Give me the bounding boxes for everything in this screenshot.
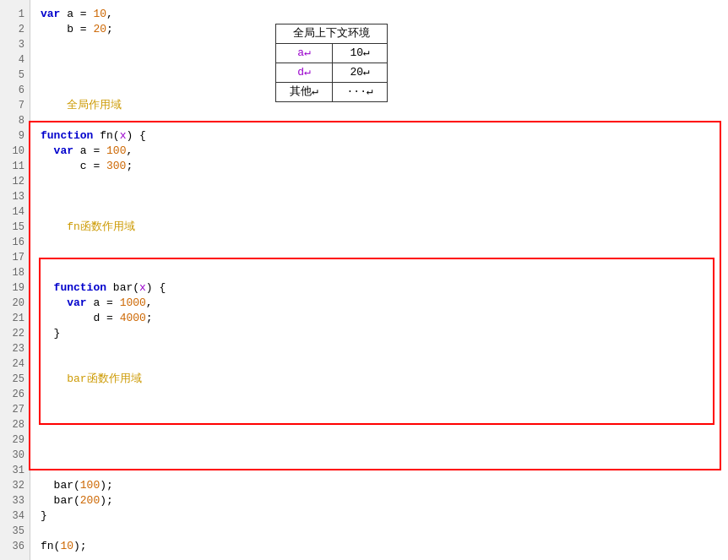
code-line-17 (41, 250, 728, 265)
code-line-32: bar(100); (41, 478, 728, 493)
code-line-25: bar函数作用域 (41, 372, 728, 387)
code-line-11: c = 300; (41, 159, 728, 174)
editor-container: 1 2 3 4 5 6 7 8 9 10 11 12 13 14 15 16 1… (0, 0, 728, 560)
code-line-14 (41, 204, 728, 220)
code-line-15: fn函数作用域 (41, 220, 728, 235)
code-line-13 (41, 189, 728, 204)
code-line-35 (41, 524, 728, 539)
code-line-30 (41, 448, 728, 463)
table-title: 全局上下文环境 (276, 24, 388, 44)
code-line-1: var a = 10, (41, 7, 728, 22)
table-cell-key: a↵ (276, 44, 333, 63)
line-numbers: 1 2 3 4 5 6 7 8 9 10 11 12 13 14 15 16 1… (0, 0, 30, 560)
code-line-24 (41, 356, 728, 372)
code-line-16 (41, 235, 728, 250)
code-line-20: var a = 1000, (41, 296, 728, 311)
code-line-8 (41, 113, 728, 128)
code-line-21: d = 4000; (41, 311, 728, 326)
global-scope-label: 全局作用域 (67, 99, 122, 111)
code-line-12 (41, 174, 728, 189)
table-row: d↵ 20↵ (276, 63, 388, 83)
code-line-23 (41, 341, 728, 356)
table-row: a↵ 10↵ (276, 44, 388, 63)
table-cell-key: d↵ (276, 63, 333, 83)
bar-scope-label: bar函数作用域 (67, 372, 141, 385)
code-line-33: bar(200); (41, 493, 728, 508)
code-line-29 (41, 432, 728, 448)
global-context-table: 全局上下文环境 a↵ 10↵ d↵ 20↵ 其他↵ ···↵ (275, 24, 388, 102)
code-line-31 (41, 463, 728, 478)
code-line-9: function fn(x) { (41, 128, 728, 144)
table-cell-value: 20↵ (333, 63, 388, 83)
code-line-18 (41, 265, 728, 280)
table-cell-value: ···↵ (333, 83, 388, 102)
code-line-22: } (41, 326, 728, 341)
code-line-28 (41, 417, 728, 432)
code-line-34: } (41, 508, 728, 524)
code-area: 全局上下文环境 a↵ 10↵ d↵ 20↵ 其他↵ ···↵ (30, 0, 728, 560)
table-cell-key: 其他↵ (276, 83, 333, 102)
code-line-27 (41, 402, 728, 417)
fn-scope-label: fn函数作用域 (67, 220, 135, 233)
code-line-19: function bar(x) { (41, 280, 728, 296)
table-row: 其他↵ ···↵ (276, 83, 388, 102)
code-line-26 (41, 387, 728, 402)
code-line-36: fn(10); (41, 539, 728, 554)
table-cell-value: 10↵ (333, 44, 388, 63)
code-line-10: var a = 100, (41, 144, 728, 159)
